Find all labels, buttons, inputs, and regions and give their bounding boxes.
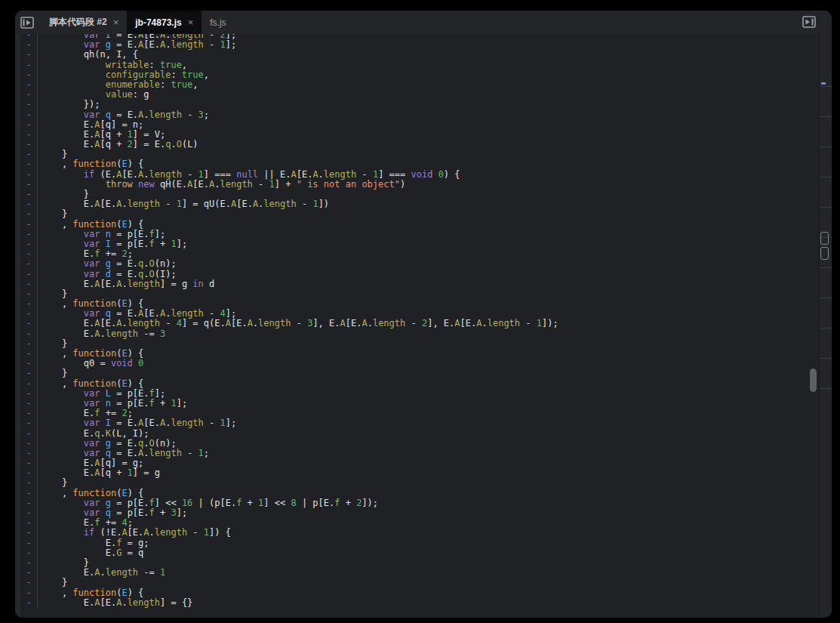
gutter-line-marker: -: [20, 379, 38, 389]
code-line: - value: g: [15, 90, 820, 100]
show-navigator-sidebar-icon[interactable]: [20, 17, 34, 29]
gutter-line-marker: -: [20, 159, 38, 169]
gutter-line-marker: -: [20, 270, 38, 279]
code-line: - var q = p[E.f + 3];: [15, 508, 820, 518]
gutter-line-marker: -: [20, 598, 38, 608]
code-line: - throw new qH(E.A[E.A.length - 1] + " i…: [15, 180, 820, 190]
code-line-text: E.A[E.A.length] = {}: [38, 598, 192, 608]
gutter-line-marker: -: [20, 329, 38, 339]
gutter-line-marker: -: [20, 538, 38, 548]
gutter-line-marker: -: [20, 439, 38, 449]
tab-label: 脚本代码段 #2: [49, 16, 107, 29]
tab-snippet[interactable]: 脚本代码段 #2 ×: [41, 11, 127, 34]
code-line: - E.G = q: [15, 548, 820, 558]
code-line: - q0 = void 0: [15, 359, 820, 369]
code-editor[interactable]: - var I = E.A[E.A.length - 2];- var g = …: [15, 34, 820, 618]
code-line: - E.A.length -= 3: [15, 329, 820, 339]
tab-jb-74873[interactable]: jb-74873.js ×: [127, 11, 202, 34]
gutter-line-marker: -: [20, 588, 38, 598]
code-line: - var I = p[E.f + 1];: [15, 239, 820, 249]
tab-fs-js[interactable]: fs.js: [202, 11, 234, 34]
show-debugger-sidebar-icon[interactable]: [802, 16, 816, 28]
code-line: - E.A[E.A.length - 1] = qU(E.A[E.A.lengt…: [15, 199, 820, 209]
tab-label: fs.js: [210, 17, 226, 28]
tab-label: jb-74873.js: [135, 17, 181, 28]
sidebar-button-top[interactable]: [820, 232, 829, 245]
sidebar-button-bottom[interactable]: [820, 247, 829, 260]
gutter-line-marker: -: [20, 70, 38, 80]
gutter-line-marker: -: [20, 528, 38, 538]
tab-bar: 脚本代码段 #2 × jb-74873.js × fs.js: [15, 11, 832, 34]
gutter-line-marker: -: [20, 120, 38, 130]
gutter-line-marker: -: [20, 478, 38, 488]
code-line: - E.A[E.A.length] = g in d: [15, 279, 820, 289]
gutter-line-marker: -: [20, 100, 38, 109]
code-line: - E.A[q + 2] = E.q.O(L): [15, 140, 820, 150]
code-line: - E.A.length -= 1: [15, 568, 820, 578]
vertical-scrollbar-thumb[interactable]: [810, 369, 817, 392]
gutter-line-marker: -: [20, 578, 38, 588]
gutter-line-marker: -: [20, 220, 38, 230]
gutter-line-marker: -: [20, 548, 38, 558]
gutter-line-marker: -: [20, 110, 38, 120]
gutter-line-marker: -: [20, 489, 38, 498]
gutter-line-marker: -: [20, 259, 38, 269]
code-line-text: E.A[E.A.length - 1] = qU(E.A[E.A.length …: [38, 199, 329, 209]
gutter-line-marker: -: [20, 60, 38, 70]
close-icon[interactable]: ×: [113, 17, 119, 27]
gutter-line-marker: -: [20, 319, 38, 328]
code-lines: - var I = E.A[E.A.length - 2];- var g = …: [15, 34, 820, 608]
close-icon[interactable]: ×: [188, 17, 194, 27]
code-line-text: throw new qH(E.A[E.A.length - 1] + " is …: [38, 180, 405, 190]
gutter-line-marker: -: [20, 209, 38, 219]
code-line: - E.A[q + 1] = g: [15, 468, 820, 478]
right-sidebar-rail[interactable]: [819, 34, 832, 618]
code-line: - var n = p[E.f + 1];: [15, 399, 820, 409]
gutter-line-marker: -: [20, 389, 38, 399]
gutter-line-marker: -: [20, 50, 38, 60]
gutter-line-marker: -: [20, 429, 38, 439]
gutter-line-marker: -: [20, 418, 38, 428]
gutter-line-marker: -: [20, 279, 38, 289]
code-line: - E.A[E.A.length] = {}: [15, 598, 820, 608]
devtools-window: 脚本代码段 #2 × jb-74873.js × fs.js - var I =…: [15, 11, 832, 618]
gutter-line-marker: -: [20, 230, 38, 239]
editor-left-edge: [15, 34, 20, 618]
gutter-line-marker: -: [20, 170, 38, 180]
gutter-line-marker: -: [20, 369, 38, 378]
scroll-marker: [821, 82, 826, 85]
